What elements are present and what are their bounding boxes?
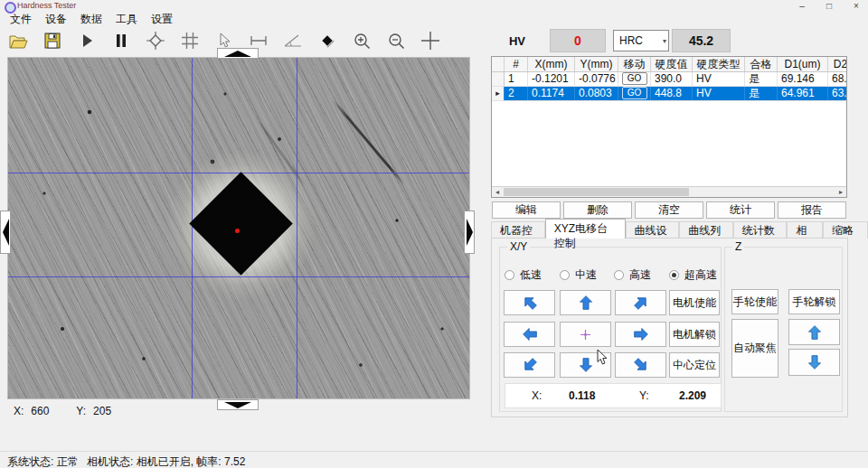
system-status: 系统状态: 正常: [7, 454, 79, 468]
camera-live-view[interactable]: [7, 57, 470, 399]
tab-statistics-data[interactable]: 统计数据: [733, 221, 788, 239]
tab-thumbnail[interactable]: 缩略图: [823, 221, 868, 239]
motor-enable-button[interactable]: 电机使能: [669, 290, 720, 315]
arrow-down-right-icon: [629, 353, 652, 376]
table-header: # X(mm) Y(mm) 移动 硬度值 硬度类型 合格 D1(um) D2(: [492, 57, 846, 72]
autofocus-button[interactable]: 自动聚焦: [731, 319, 778, 378]
jog-left-button[interactable]: [504, 322, 555, 347]
stage-jog-up-arrow[interactable]: [217, 48, 259, 59]
arrow-up-left-icon: [518, 291, 541, 314]
speed-radio-ultra-high[interactable]: 超高速: [669, 267, 717, 283]
window-title: Hardness Tester: [17, 1, 76, 10]
tab-bar: 机器控制 XYZ电移台控制 曲线设置 曲线列表 统计数据 相册 缩略图: [491, 221, 868, 239]
jog-down-right-button[interactable]: [615, 352, 666, 378]
camera-x-label: X:: [14, 405, 24, 417]
menu-file[interactable]: 文件: [7, 11, 34, 28]
crosshair-vline: [297, 58, 297, 399]
scroll-left-icon[interactable]: ◂: [492, 187, 503, 197]
radio-icon: [614, 270, 624, 280]
hv-value-display: 0: [550, 29, 606, 52]
crosshair-hline: [8, 276, 470, 277]
jog-right-button[interactable]: [615, 322, 666, 347]
save-icon[interactable]: [35, 28, 70, 53]
jog-down-left-button[interactable]: [504, 352, 555, 378]
tab-album[interactable]: 相册: [787, 221, 823, 239]
grid-icon[interactable]: [173, 28, 207, 53]
jog-up-button[interactable]: [560, 290, 611, 315]
stage-jog-left-arrow[interactable]: [0, 211, 11, 254]
stage-jog-right-arrow[interactable]: [464, 211, 475, 254]
z-group: Z 手轮使能 手轮解锁 自动聚焦: [724, 247, 843, 412]
stage-x-label: X:: [532, 389, 542, 402]
play-icon[interactable]: [70, 28, 104, 53]
maximize-button[interactable]: □: [819, 0, 839, 12]
left-arrow-icon: [3, 219, 9, 246]
zoom-out-icon[interactable]: [379, 28, 413, 53]
pause-icon[interactable]: [104, 28, 138, 53]
handwheel-unlock-button[interactable]: 手轮解锁: [788, 289, 840, 314]
z-up-button[interactable]: [788, 319, 840, 345]
arrow-down-icon: [807, 354, 823, 370]
handwheel-enable-button[interactable]: 手轮使能: [731, 289, 778, 314]
z-down-button[interactable]: [788, 349, 840, 376]
z-group-label: Z: [732, 240, 744, 253]
eraser-icon[interactable]: [310, 28, 344, 53]
report-button[interactable]: 报告: [778, 201, 846, 219]
dropdown-arrow-icon: ▾: [663, 38, 666, 45]
arrow-up-right-icon: [629, 291, 652, 314]
table-hscrollbar[interactable]: ◂ ▸: [492, 186, 846, 197]
xy-group-label: X/Y: [507, 240, 530, 253]
statistics-button[interactable]: 统计: [706, 201, 775, 219]
edit-button[interactable]: 编辑: [492, 201, 561, 219]
angle-measure-icon[interactable]: [276, 28, 310, 53]
center-red-dot: [235, 229, 240, 233]
tab-machine-control[interactable]: 机器控制: [491, 221, 545, 239]
camera-y-label: Y:: [76, 405, 86, 417]
go-button[interactable]: GO: [622, 72, 647, 85]
table-row[interactable]: 1 -0.1201 -0.0776 GO 390.0 HV 是 69.146 6…: [492, 72, 846, 87]
tab-curve-list[interactable]: 曲线列表: [679, 221, 733, 239]
results-table[interactable]: # X(mm) Y(mm) 移动 硬度值 硬度类型 合格 D1(um) D2( …: [491, 56, 847, 198]
go-button[interactable]: GO: [622, 87, 647, 99]
tab-curve-settings[interactable]: 曲线设置: [626, 221, 680, 239]
tab-xyz-stage-control[interactable]: XYZ电移台控制: [545, 219, 626, 239]
crosshair-vline: [192, 58, 193, 399]
arrow-up-icon: [807, 324, 823, 341]
speed-radio-medium[interactable]: 中速: [560, 267, 597, 283]
unit-dropdown[interactable]: HRC ▾: [613, 30, 669, 51]
minimize-button[interactable]: –: [792, 0, 812, 12]
jog-up-left-button[interactable]: [504, 290, 555, 315]
speed-radio-low[interactable]: 低速: [505, 267, 542, 283]
clear-button[interactable]: 清空: [635, 201, 703, 219]
table-row-selected[interactable]: ▸ 2 0.1174 0.0803 GO 448.8 HV 是 64.961 6…: [492, 87, 846, 101]
center-target-button[interactable]: [560, 322, 611, 347]
indent-marker-icon[interactable]: [138, 28, 173, 53]
jog-up-right-button[interactable]: [615, 290, 666, 315]
close-button[interactable]: ×: [846, 0, 866, 12]
center-positioning-button[interactable]: 中心定位: [669, 352, 720, 378]
menu-settings[interactable]: 设置: [148, 11, 175, 28]
menu-tools[interactable]: 工具: [113, 11, 140, 28]
arrow-left-icon: [522, 326, 538, 342]
delete-button[interactable]: 删除: [563, 201, 632, 219]
open-file-icon[interactable]: [1, 28, 35, 53]
motor-unlock-button[interactable]: 电机解锁: [669, 322, 720, 347]
camera-y-value: 205: [93, 405, 120, 417]
scroll-right-icon[interactable]: ▸: [835, 187, 846, 197]
camera-x-value: 660: [31, 405, 58, 417]
stage-coords-display: X: 0.118 Y: 2.209: [505, 383, 722, 408]
arrow-right-icon: [633, 326, 649, 342]
row-selector-icon: ▸: [492, 87, 505, 100]
unit-selected: HRC: [619, 34, 643, 47]
camera-status: 相机状态: 相机已开启, 帧率: 7.52: [87, 454, 245, 468]
zoom-in-icon[interactable]: [344, 28, 379, 53]
speed-radio-high[interactable]: 高速: [614, 267, 651, 283]
scrollbar-thumb[interactable]: [504, 188, 689, 196]
menu-device[interactable]: 设备: [42, 11, 70, 28]
center-target-icon: [580, 329, 591, 341]
stage-y-label: Y:: [639, 389, 649, 402]
crosshair-icon[interactable]: [413, 28, 448, 53]
stage-jog-down-arrow[interactable]: [217, 399, 259, 410]
up-arrow-icon: [224, 51, 251, 57]
menu-data[interactable]: 数据: [78, 11, 105, 28]
